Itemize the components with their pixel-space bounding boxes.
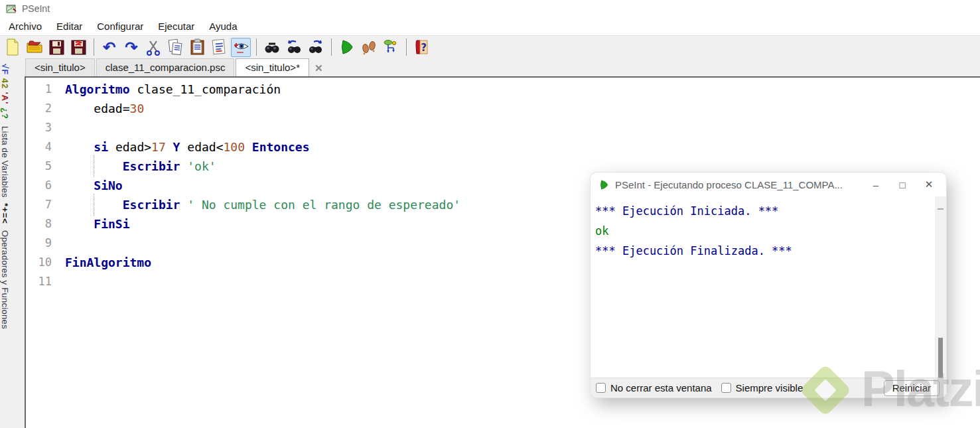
paste-icon[interactable] [187, 38, 207, 57]
toolbar-separator [331, 38, 332, 56]
line-number: 5 [26, 157, 52, 176]
find-icon[interactable] [262, 38, 282, 57]
run-play-icon [598, 179, 610, 190]
line-text: Escribir 'ok' [65, 157, 216, 176]
sidebar-glyph: 42 [0, 78, 10, 92]
line-text: FinSi [65, 214, 130, 234]
no-cerrar-label[interactable]: No cerrar esta ventana [610, 382, 712, 393]
no-cerrar-checkbox[interactable] [596, 383, 606, 393]
sidebar-glyph: 'A' [0, 92, 10, 107]
line-text: Escribir ' No cumple con el rango de esp… [65, 195, 460, 214]
line-text: FinAlgoritmo [65, 253, 151, 272]
copy-icon[interactable] [165, 38, 185, 57]
title-bar: PSeInt [0, 0, 980, 17]
tab-sin-titulo-2[interactable]: <sin_titulo>* [236, 58, 309, 76]
autocomplete-eye-icon[interactable] [231, 38, 251, 57]
line-number: 1 [26, 80, 52, 99]
redo-icon[interactable]: ↷ [121, 38, 141, 57]
console-line: *** Ejecución Finalizada. *** [595, 241, 932, 261]
tab-bar: <sin_titulo> clase_11_comparacion.psc <s… [0, 58, 980, 76]
menu-archivo[interactable]: Archivo [1, 19, 49, 34]
siempre-visible-checkbox[interactable] [721, 383, 731, 393]
sidebar-glyph: ¿? [0, 107, 10, 119]
line-text: edad=30 [65, 99, 144, 118]
left-sidebar: √F 42 'A' ¿? Lista de Variables *+=< Ope… [0, 58, 25, 428]
code-line[interactable]: 3 [26, 118, 980, 137]
svg-text:?: ? [421, 42, 427, 54]
line-number: 6 [26, 176, 52, 195]
indent-guide [94, 194, 94, 216]
open-file-icon[interactable] [25, 38, 44, 57]
menu-editar[interactable]: Editar [49, 19, 90, 34]
toolbar: ↶ ↷ ? [0, 35, 980, 58]
menu-ejecutar[interactable]: Ejecutar [151, 19, 202, 34]
line-text: si edad>17 Y edad<100 Entonces [65, 137, 310, 157]
tab-clase-11-comparacion[interactable]: clase_11_comparacion.psc [96, 58, 235, 76]
sidebar-tab-operadores[interactable]: *+=< Operadores y Funciones [0, 203, 10, 330]
execution-title-bar[interactable]: PSeInt - Ejecutando proceso CLASE_11_COM… [591, 173, 946, 196]
find-next-icon[interactable] [306, 38, 326, 57]
find-previous-icon[interactable] [284, 38, 304, 57]
line-number: 2 [26, 99, 52, 118]
console-scrollbar[interactable] [935, 196, 946, 384]
code-line[interactable]: 2 edad=30 [26, 99, 980, 118]
new-file-icon[interactable] [3, 38, 23, 57]
tab-sin-titulo-1[interactable]: <sin_titulo> [25, 58, 95, 76]
line-text: Algoritmo clase_11_comparación [65, 80, 281, 99]
indent-guide [94, 155, 94, 177]
console-line: ok [595, 221, 932, 241]
menu-bar: Archivo Editar Configurar Ejecutar Ayuda [0, 17, 980, 35]
toolbar-separator [256, 38, 257, 56]
tab-close-icon[interactable]: ✕ [311, 62, 328, 76]
scrollbar-mark [938, 208, 944, 210]
execution-window[interactable]: PSeInt - Ejecutando proceso CLASE_11_COM… [591, 173, 946, 397]
line-number: 11 [26, 272, 52, 291]
line-number: 10 [26, 253, 52, 272]
code-line[interactable]: 4 si edad>17 Y edad<100 Entonces [26, 137, 980, 157]
save-file-icon[interactable] [46, 38, 66, 57]
cut-icon[interactable] [143, 38, 163, 57]
execution-title: PSeInt - Ejecutando proceso CLASE_11_COM… [615, 179, 863, 190]
reiniciar-button[interactable]: Reiniciar [884, 380, 940, 396]
maximize-icon[interactable]: □ [889, 179, 916, 190]
syntax-document-icon[interactable] [209, 38, 229, 57]
sidebar-tab-variables[interactable]: √F 42 'A' ¿? Lista de Variables [0, 64, 10, 198]
sidebar-glyph: *+=< [0, 203, 10, 224]
line-number: 3 [26, 118, 52, 137]
siempre-visible-label[interactable]: Siempre visible [736, 382, 804, 393]
line-text: SiNo [65, 176, 123, 195]
close-icon[interactable]: ✕ [916, 178, 942, 190]
toolbar-separator [406, 38, 407, 56]
minimize-icon[interactable]: – [863, 179, 889, 190]
operators-icon: *+=< [0, 203, 10, 224]
app-title: PSeInt [22, 3, 50, 14]
menu-ayuda[interactable]: Ayuda [202, 19, 244, 34]
console-line: *** Ejecución Iniciada. *** [595, 201, 932, 221]
menu-configurar[interactable]: Configurar [90, 19, 151, 34]
sidebar-label-operadores: Operadores y Funciones [0, 230, 10, 329]
variable-types-icon: √F 42 'A' ¿? [0, 64, 10, 119]
draw-flowchart-icon[interactable] [381, 38, 401, 57]
code-line[interactable]: 1Algoritmo clase_11_comparación [26, 80, 980, 99]
save-file-as-icon[interactable] [68, 38, 88, 57]
run-icon[interactable] [337, 38, 357, 57]
line-number: 8 [26, 214, 52, 234]
step-run-icon[interactable] [359, 38, 379, 57]
scrollbar-thumb[interactable] [938, 338, 943, 381]
line-number: 7 [26, 195, 52, 214]
pseint-logo-icon [5, 3, 17, 15]
sidebar-label-variables: Lista de Variables [0, 126, 10, 198]
toolbar-separator [94, 38, 94, 56]
undo-icon[interactable]: ↶ [100, 38, 119, 57]
execution-bottom-bar: No cerrar esta ventana Siempre visible R… [591, 378, 946, 397]
line-number: 4 [26, 137, 52, 157]
console-output: *** Ejecución Iniciada. ***ok*** Ejecuci… [591, 196, 935, 378]
line-number: 9 [26, 234, 52, 253]
help-icon[interactable]: ? [412, 38, 432, 57]
sidebar-glyph: √F [0, 64, 10, 78]
